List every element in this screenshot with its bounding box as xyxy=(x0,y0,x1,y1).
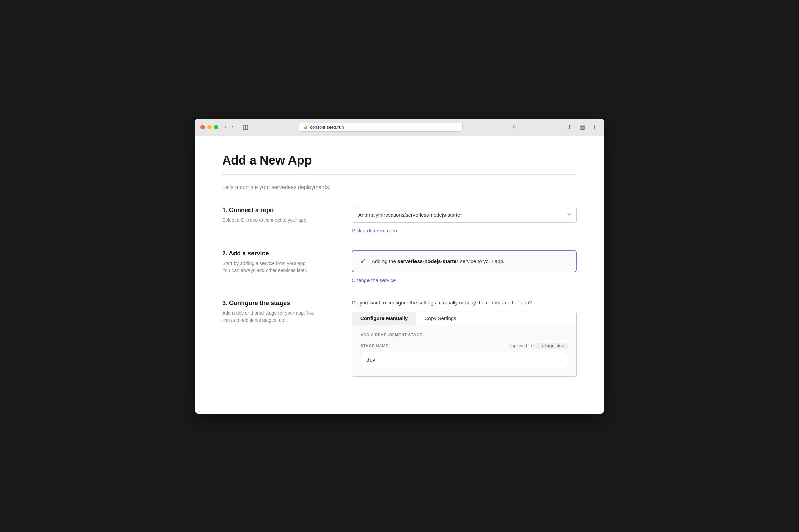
step-1-left: 1. Connect a repo Select a Git repo to c… xyxy=(222,207,331,234)
browser-window: ‹ › ◫ 🔒 console.seed.run ↻ ⬆ ▦ + Add a N… xyxy=(195,119,604,414)
sidebar-button[interactable]: ◫ xyxy=(240,123,251,131)
stage-name-row: STAGE NAME Deployed to `--stage dev` xyxy=(361,343,568,348)
stages-panel-header: ADD A DEVELOPMENT STAGE xyxy=(361,333,568,337)
traffic-light-yellow[interactable] xyxy=(207,125,212,129)
new-tab-button[interactable]: + xyxy=(590,123,599,132)
step-3-description-line2: can add additional stages later. xyxy=(222,317,331,324)
service-name: serverless-nodejs-starter xyxy=(397,258,458,264)
step-1-right: AnomalyInnovations/serverless-nodejs-sta… xyxy=(352,207,577,234)
step-3-left: 3. Configure the stages Add a dev and pr… xyxy=(222,300,331,377)
repo-select[interactable]: AnomalyInnovations/serverless-nodejs-sta… xyxy=(352,207,577,223)
stage-deployed-to: Deployed to `--stage dev` xyxy=(508,343,568,348)
change-service-link[interactable]: Change the service xyxy=(352,277,396,283)
traffic-light-red[interactable] xyxy=(200,125,205,129)
share-button[interactable]: ⬆ xyxy=(564,123,574,132)
stage-name-input[interactable] xyxy=(361,352,568,368)
step-1-description: Select a Git repo to connect to your app… xyxy=(222,217,331,224)
page-subtitle: Let's automate your serverless deploymen… xyxy=(222,184,577,190)
tab-copy-settings[interactable]: Copy Settings xyxy=(416,312,464,325)
traffic-light-green[interactable] xyxy=(214,125,218,129)
nav-buttons: ‹ › xyxy=(223,123,236,131)
tabs-header: Configure Manually Copy Settings xyxy=(352,312,576,325)
url-text: console.seed.run xyxy=(310,125,344,130)
address-bar: 🔒 console.seed.run xyxy=(299,123,463,132)
page-divider xyxy=(222,174,577,175)
deployed-to-code: `--stage dev` xyxy=(533,343,568,349)
service-text: Adding the serverless-nodejs-starter ser… xyxy=(372,258,504,264)
page-content: Add a New App Let's automate your server… xyxy=(195,136,604,414)
page-title: Add a New App xyxy=(222,153,577,168)
step-2-left: 2. Add a service Start by adding a servi… xyxy=(222,250,331,283)
refresh-button[interactable]: ↻ xyxy=(513,124,517,130)
lock-icon: 🔒 xyxy=(303,125,308,129)
step-2-description-line1: Start by adding a service from your app. xyxy=(222,260,331,267)
browser-chrome: ‹ › ◫ 🔒 console.seed.run ↻ ⬆ ▦ + xyxy=(195,119,604,136)
stage-label: STAGE NAME xyxy=(361,344,388,348)
step-add-service: 2. Add a service Start by adding a servi… xyxy=(222,250,577,283)
service-box: ✔ Adding the serverless-nodejs-starter s… xyxy=(352,250,577,272)
duplicate-button[interactable]: ▦ xyxy=(577,123,588,132)
tab-configure-manually[interactable]: Configure Manually xyxy=(352,312,416,325)
step-3-title: 3. Configure the stages xyxy=(222,300,331,307)
tabs-wrapper: Configure Manually Copy Settings ADD A D… xyxy=(352,312,577,377)
step-connect-repo: 1. Connect a repo Select a Git repo to c… xyxy=(222,207,577,234)
step-2-description-line2: You can always add other services later. xyxy=(222,267,331,274)
step-2-right: ✔ Adding the serverless-nodejs-starter s… xyxy=(352,250,577,283)
step-2-title: 2. Add a service xyxy=(222,250,331,257)
check-icon: ✔ xyxy=(360,257,366,266)
stages-panel: ADD A DEVELOPMENT STAGE STAGE NAME Deplo… xyxy=(352,325,576,377)
step-3-description-line1: Add a dev and prod stage for your app. Y… xyxy=(222,310,331,317)
steps-container: 1. Connect a repo Select a Git repo to c… xyxy=(222,207,577,393)
forward-button[interactable]: › xyxy=(230,123,236,131)
step-configure-stages: 3. Configure the stages Add a dev and pr… xyxy=(222,300,577,377)
toolbar-right: ⬆ ▦ + xyxy=(564,123,599,132)
pick-different-repo-link[interactable]: Pick a different repo xyxy=(352,228,397,233)
stages-question: Do you want to configure the settings ma… xyxy=(352,300,577,306)
traffic-lights xyxy=(200,125,218,129)
back-button[interactable]: ‹ xyxy=(223,123,228,131)
step-3-right: Do you want to configure the settings ma… xyxy=(352,300,577,377)
step-1-title: 1. Connect a repo xyxy=(222,207,331,214)
